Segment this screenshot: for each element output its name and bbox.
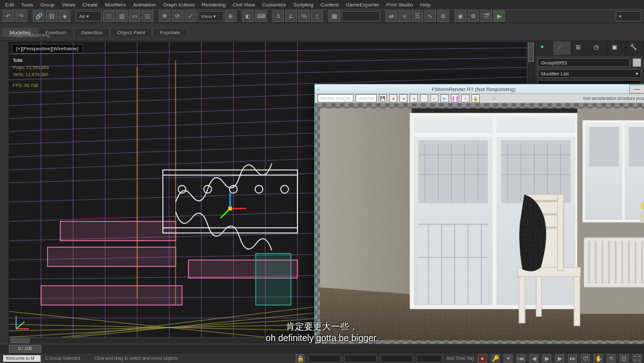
add-time-tag[interactable]: Add Time Tag — [446, 356, 474, 360]
goto-start-button[interactable]: ⏮ — [516, 354, 526, 363]
key-filters-button[interactable]: ▾ — [504, 354, 513, 363]
channel-b-button[interactable]: ● — [410, 94, 418, 103]
stop-button[interactable]: ■ — [461, 94, 469, 103]
named-sel-button[interactable]: ▦ — [328, 10, 340, 22]
save-image-button[interactable]: 💾 — [379, 94, 387, 103]
layers-button[interactable]: ☰ — [412, 10, 423, 22]
link-button[interactable]: 🔗 — [33, 10, 44, 22]
coord-z-field[interactable] — [381, 355, 413, 362]
channel-r-button[interactable]: ● — [389, 94, 397, 103]
time-config-button[interactable]: ⏱ — [581, 354, 590, 363]
workspace-dropdown[interactable]: ▾ — [616, 11, 641, 21]
named-sel-dropdown[interactable] — [341, 11, 380, 21]
menu-views[interactable]: Views — [59, 2, 78, 8]
percent-snap-button[interactable]: % — [298, 10, 310, 22]
time-slider-handle[interactable]: 0 / 100 — [9, 345, 41, 353]
cmd-tab-display[interactable]: ▣ — [608, 41, 626, 55]
cmd-tab-motion[interactable]: ◷ — [590, 41, 608, 55]
channel-mono-button[interactable]: ◐ — [430, 94, 439, 103]
ribbon-tab-selection[interactable]: Selection — [74, 28, 109, 37]
lock-ui-button[interactable]: 🔒 — [296, 354, 305, 363]
mirror-button[interactable]: ⇄ — [386, 10, 397, 22]
render-frame-button[interactable]: 🎬 — [480, 10, 492, 22]
zoom-ext-button[interactable]: ⊡ — [620, 354, 629, 363]
undo-button[interactable]: ↶ — [3, 10, 14, 22]
next-frame-button[interactable]: ▶ — [555, 354, 564, 363]
ribbon-tab-objectpaint[interactable]: Object Paint — [110, 28, 153, 37]
cmd-tab-utilities[interactable]: 🔧 — [626, 41, 644, 55]
cmd-tab-hierarchy[interactable]: ⊞ — [571, 41, 589, 55]
render-setup-button[interactable]: ⚙ — [468, 10, 479, 22]
lock-button[interactable]: 🔒 — [471, 94, 480, 103]
menu-civilview[interactable]: Civil View — [230, 2, 258, 8]
menu-animation[interactable]: Animation — [130, 2, 158, 8]
command-panel-tabs: ✦ ☄ ⊞ ◷ ▣ 🔧 — [535, 41, 644, 55]
cmd-tab-modify[interactable]: ☄ — [553, 41, 571, 55]
spinner-snap-button[interactable]: ↕ — [311, 10, 323, 22]
menu-tools[interactable]: Tools — [19, 2, 36, 8]
play-button[interactable]: ▶ — [440, 94, 449, 103]
pan-view-button[interactable]: ✋ — [594, 354, 603, 363]
bind-button[interactable]: ◈ — [59, 10, 70, 22]
render-titlebar[interactable]: ▫ FStormRender RT (Not Responding) — ☐ ✕ — [315, 84, 644, 94]
schematic-button[interactable]: ⧉ — [437, 10, 449, 22]
menu-grapheditors[interactable]: Graph Editors — [160, 2, 197, 8]
menu-help[interactable]: Help — [417, 2, 433, 8]
ribbon-tab-populate[interactable]: Populate — [153, 28, 187, 37]
object-name-field[interactable] — [538, 58, 630, 67]
goto-end-button[interactable]: ⏭ — [568, 354, 577, 363]
coord-x-field[interactable] — [308, 355, 341, 362]
menu-scripting[interactable]: Scripting — [291, 2, 316, 8]
redo-button[interactable]: ↷ — [15, 10, 27, 22]
window-crossing-button[interactable]: ⊡ — [142, 10, 153, 22]
keyboard-button[interactable]: ⌨ — [255, 10, 267, 22]
modifier-list-dropdown[interactable]: Modifier List▾ — [538, 69, 641, 78]
channel-g-button[interactable]: ● — [399, 94, 408, 103]
pivot-button[interactable]: ⊕ — [225, 10, 236, 22]
menu-customize[interactable]: Customize — [260, 2, 289, 8]
scale-button[interactable]: ⤢ — [185, 10, 196, 22]
menu-gameexporter[interactable]: GameExporter — [343, 2, 382, 8]
selection-filter-dropdown[interactable]: All ▾ — [76, 11, 102, 21]
minimize-button[interactable]: — — [629, 84, 644, 93]
prev-frame-button[interactable]: ◀ — [529, 354, 538, 363]
render-mode-dropdown[interactable]: Render Image ▾ — [317, 94, 354, 103]
render-pass-dropdown[interactable]: beauty ▾ — [355, 94, 377, 103]
rotate-button[interactable]: ⟳ — [172, 10, 184, 22]
orbit-view-button[interactable]: ⟲ — [607, 354, 616, 363]
channel-a-button[interactable]: ○ — [420, 94, 428, 103]
material-editor-button[interactable]: ◉ — [455, 10, 466, 22]
select-button[interactable]: □ — [103, 10, 115, 22]
menu-content[interactable]: Content — [318, 2, 341, 8]
menu-rendering[interactable]: Rendering — [199, 2, 228, 8]
object-color-swatch[interactable] — [632, 58, 641, 67]
timeline[interactable]: 0 / 100 — [0, 344, 644, 353]
menu-edit[interactable]: Edit — [3, 2, 17, 8]
max-viewport-button[interactable]: ⛶ — [632, 354, 641, 363]
menu-modifiers[interactable]: Modifiers — [102, 2, 128, 8]
pause-button[interactable]: ❚❚ — [451, 94, 459, 103]
select-name-button[interactable]: ▤ — [116, 10, 128, 22]
play-anim-button[interactable]: ▶ — [542, 354, 551, 363]
move-button[interactable]: ✥ — [159, 10, 171, 22]
svg-point-11 — [178, 186, 186, 193]
unlink-button[interactable]: ⛓ — [46, 10, 57, 22]
angle-snap-button[interactable]: ∠ — [285, 10, 297, 22]
snap-3d-button[interactable]: 3 — [272, 10, 284, 22]
menu-create[interactable]: Create — [80, 2, 100, 8]
render-window[interactable]: ▫ FStormRender RT (Not Responding) — ☐ ✕… — [314, 84, 644, 338]
setkey-button[interactable]: 🔑 — [491, 354, 500, 363]
menu-printstudio[interactable]: Print Studio — [384, 2, 415, 8]
align-button[interactable]: ≡ — [399, 10, 410, 22]
select-region-button[interactable]: ▭ — [129, 10, 140, 22]
cmd-tab-create[interactable]: ✦ — [535, 41, 553, 55]
select-manipulate-button[interactable]: ◐ — [242, 10, 254, 22]
reference-coord-dropdown[interactable]: View ▾ — [198, 11, 223, 21]
coord-y-field[interactable] — [345, 355, 377, 362]
autokey-button[interactable]: ● — [478, 354, 487, 363]
render-button[interactable]: ▶ — [493, 10, 505, 22]
grid-field[interactable] — [417, 355, 442, 362]
menu-group[interactable]: Group — [37, 2, 57, 8]
curve-editor-button[interactable]: ∿ — [424, 10, 436, 22]
time-slider[interactable]: 0 / 100 — [9, 344, 535, 353]
